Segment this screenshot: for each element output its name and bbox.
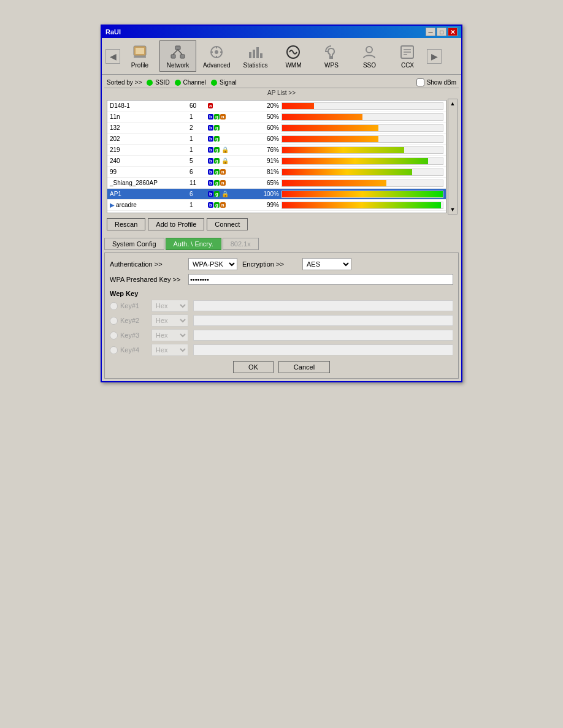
wep-key4-format[interactable]: Hex: [151, 344, 188, 356]
table-row[interactable]: AP1 6 bg🔒 100%: [107, 189, 446, 200]
advanced-label: Advanced: [203, 62, 230, 69]
auth-label: Authentication >>: [110, 260, 183, 268]
wep-key2-label: Key#2: [120, 317, 139, 324]
signal-header: Signal: [211, 79, 237, 86]
toolbar-item-sso[interactable]: SSO: [351, 40, 388, 72]
minimize-button[interactable]: ─: [426, 28, 435, 36]
svg-line-6: [173, 50, 178, 55]
toolbar-item-network[interactable]: Network: [159, 40, 196, 72]
wep-key4-input[interactable]: [193, 344, 453, 355]
rescan-button[interactable]: Rescan: [107, 218, 145, 230]
toolbar-item-statistics[interactable]: Statistics: [237, 40, 274, 72]
toolbar: ◀ Profile Network Advanced Statistics: [102, 38, 461, 75]
network-label: Network: [167, 62, 190, 69]
wep-key2-input[interactable]: [193, 315, 453, 326]
channel-header: Channel: [175, 79, 206, 86]
svg-rect-16: [256, 47, 259, 58]
wep-key2-row: Key#2 Hex: [110, 314, 453, 327]
svg-rect-5: [180, 55, 185, 58]
config-tabs: System Config Auth. \ Encry. 802.1x: [102, 235, 461, 250]
ok-button[interactable]: OK: [233, 361, 274, 373]
show-dbm-area: Show dBm: [416, 78, 456, 86]
wep-key1-row: Key#1 Hex: [110, 300, 453, 312]
svg-point-9: [215, 50, 218, 54]
psk-input[interactable]: [188, 274, 453, 285]
tab-802-1x[interactable]: 802.1x: [223, 238, 259, 250]
table-row[interactable]: ▶ arcadre 1 bgn 99%: [107, 200, 446, 211]
table-row[interactable]: D148-1 60 a 20%: [107, 100, 446, 112]
wep-key1-radio[interactable]: [110, 302, 118, 310]
profile-icon: [131, 44, 148, 61]
encr-select[interactable]: AES: [302, 258, 351, 270]
wep-key4-radio[interactable]: [110, 346, 118, 354]
wep-key2-radio[interactable]: [110, 317, 118, 325]
auth-select[interactable]: WPA-PSK: [188, 258, 237, 270]
svg-rect-14: [249, 52, 251, 58]
channel-dot: [175, 80, 181, 86]
wep-key4-row: Key#4 Hex: [110, 344, 453, 356]
ap-header: Sorted by >> SSID Channel Signal Show dB…: [104, 77, 459, 88]
ok-cancel-area: OK Cancel: [110, 361, 453, 373]
svg-rect-17: [260, 53, 262, 58]
wmm-icon: [285, 44, 302, 61]
toolbar-item-wps[interactable]: WPS: [313, 40, 350, 72]
profile-label: Profile: [131, 62, 148, 69]
toolbar-item-profile[interactable]: Profile: [121, 40, 158, 72]
back-button[interactable]: ◀: [105, 49, 120, 64]
svg-rect-4: [171, 55, 175, 58]
tab-auth-encry[interactable]: Auth. \ Encry.: [166, 238, 221, 250]
sso-icon: [361, 44, 378, 61]
ccx-icon: [399, 44, 416, 61]
table-row[interactable]: 132 2 bg 60%: [107, 123, 446, 134]
svg-point-19: [330, 56, 332, 58]
ap-list[interactable]: D148-1 60 a 20% 11n 1 bgn 50% 132: [107, 100, 446, 213]
table-row[interactable]: 202 1 bg 60%: [107, 134, 446, 145]
wep-key3-input[interactable]: [193, 330, 453, 341]
wep-key1-format[interactable]: Hex: [151, 300, 188, 312]
table-row[interactable]: 240 5 bg🔒 91%: [107, 156, 446, 167]
wmm-label: WMM: [285, 62, 301, 69]
table-row[interactable]: 11n 1 bgn 50%: [107, 112, 446, 123]
toolbar-item-wmm[interactable]: WMM: [275, 40, 312, 72]
svg-rect-15: [253, 50, 255, 58]
cancel-button[interactable]: Cancel: [278, 361, 330, 373]
tab-system-config[interactable]: System Config: [104, 238, 164, 250]
table-row[interactable]: _Shiang_2860AP 11 bgn 65%: [107, 178, 446, 189]
auth-row: Authentication >> WPA-PSK Encryption >> …: [110, 258, 453, 270]
maximize-button[interactable]: □: [437, 28, 446, 36]
network-icon: [169, 44, 186, 61]
ap-list-title: AP List >>: [104, 88, 459, 97]
wep-key1-input[interactable]: [193, 300, 453, 311]
wep-key3-format[interactable]: Hex: [151, 329, 188, 341]
show-dbm-checkbox[interactable]: [416, 78, 424, 86]
svg-rect-1: [136, 48, 144, 54]
forward-button[interactable]: ▶: [427, 49, 442, 64]
table-row[interactable]: 219 1 bg🔒 76%: [107, 145, 446, 156]
signal-dot: [211, 80, 217, 86]
wep-key3-label: Key#3: [120, 332, 139, 339]
scroll-down-button[interactable]: ▼: [449, 205, 457, 214]
table-row[interactable]: 99 6 bgn 81%: [107, 167, 446, 178]
connect-button[interactable]: Connect: [207, 218, 248, 230]
wps-icon: [323, 44, 340, 61]
sorted-by-label: Sorted by >>: [107, 79, 142, 86]
title-bar-buttons: ─ □ ✕: [426, 28, 458, 36]
title-bar: RaUI ─ □ ✕: [102, 26, 461, 38]
scroll-up-button[interactable]: ▲: [449, 99, 457, 108]
ssid-dot: [147, 80, 153, 86]
close-button[interactable]: ✕: [448, 28, 458, 36]
toolbar-item-advanced[interactable]: Advanced: [197, 40, 236, 72]
show-dbm-label: Show dBm: [427, 79, 456, 86]
sso-label: SSO: [363, 62, 376, 69]
wep-section-title: Wep Key: [110, 290, 453, 297]
wep-key1-label: Key#1: [120, 302, 139, 309]
svg-line-7: [178, 50, 182, 55]
wep-key2-format[interactable]: Hex: [151, 314, 188, 327]
wep-key3-radio[interactable]: [110, 332, 118, 339]
psk-row: WPA Preshared Key >>: [110, 274, 453, 285]
ccx-label: CCX: [401, 62, 414, 69]
wep-key3-row: Key#3 Hex: [110, 329, 453, 341]
svg-rect-3: [175, 46, 180, 50]
add-to-profile-button[interactable]: Add to Profile: [148, 218, 204, 230]
toolbar-item-ccx[interactable]: CCX: [389, 40, 426, 72]
